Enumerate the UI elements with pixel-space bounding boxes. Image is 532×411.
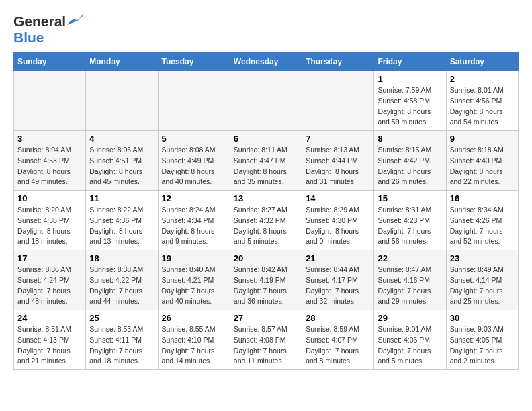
day-number: 6 [234, 134, 298, 144]
day-info: Sunrise: 8:15 AM Sunset: 4:42 PM Dayligh… [378, 145, 442, 187]
day-number: 26 [162, 313, 226, 323]
day-info: Sunrise: 8:34 AM Sunset: 4:26 PM Dayligh… [450, 205, 515, 247]
calendar-cell [230, 71, 302, 131]
calendar-cell: 8Sunrise: 8:15 AM Sunset: 4:42 PM Daylig… [374, 131, 446, 191]
calendar-week-5: 24Sunrise: 8:51 AM Sunset: 4:13 PM Dayli… [14, 310, 519, 370]
calendar-cell: 18Sunrise: 8:38 AM Sunset: 4:22 PM Dayli… [86, 250, 158, 310]
calendar-cell: 26Sunrise: 8:55 AM Sunset: 4:10 PM Dayli… [158, 310, 230, 370]
calendar-week-1: 1Sunrise: 7:59 AM Sunset: 4:58 PM Daylig… [14, 71, 519, 131]
calendar-cell: 12Sunrise: 8:24 AM Sunset: 4:34 PM Dayli… [158, 191, 230, 250]
day-number: 22 [378, 253, 442, 263]
day-info: Sunrise: 8:08 AM Sunset: 4:49 PM Dayligh… [162, 145, 226, 187]
day-number: 1 [378, 74, 442, 84]
day-info: Sunrise: 8:20 AM Sunset: 4:38 PM Dayligh… [17, 205, 82, 247]
calendar-cell [158, 71, 230, 131]
calendar-cell: 25Sunrise: 8:53 AM Sunset: 4:11 PM Dayli… [86, 310, 158, 370]
day-number: 19 [162, 253, 226, 263]
calendar-cell [302, 71, 374, 131]
calendar-cell: 7Sunrise: 8:13 AM Sunset: 4:44 PM Daylig… [302, 131, 374, 191]
weekday-header-friday: Friday [374, 53, 446, 71]
day-info: Sunrise: 8:06 AM Sunset: 4:51 PM Dayligh… [89, 145, 154, 187]
weekday-header-saturday: Saturday [446, 53, 518, 71]
calendar-cell: 20Sunrise: 8:42 AM Sunset: 4:19 PM Dayli… [230, 250, 302, 310]
day-info: Sunrise: 8:44 AM Sunset: 4:17 PM Dayligh… [306, 265, 370, 307]
day-info: Sunrise: 8:11 AM Sunset: 4:47 PM Dayligh… [234, 145, 298, 187]
day-info: Sunrise: 8:51 AM Sunset: 4:13 PM Dayligh… [17, 324, 82, 367]
day-info: Sunrise: 8:42 AM Sunset: 4:19 PM Dayligh… [234, 265, 298, 307]
calendar-week-2: 3Sunrise: 8:04 AM Sunset: 4:53 PM Daylig… [14, 131, 519, 191]
day-info: Sunrise: 9:03 AM Sunset: 4:05 PM Dayligh… [450, 324, 515, 367]
logo-blue-text: Blue [13, 30, 44, 46]
calendar-cell: 16Sunrise: 8:34 AM Sunset: 4:26 PM Dayli… [446, 191, 518, 250]
calendar-cell: 11Sunrise: 8:22 AM Sunset: 4:36 PM Dayli… [86, 191, 158, 250]
day-info: Sunrise: 8:04 AM Sunset: 4:53 PM Dayligh… [17, 145, 82, 187]
calendar-cell: 15Sunrise: 8:31 AM Sunset: 4:28 PM Dayli… [374, 191, 446, 250]
calendar-cell: 2Sunrise: 8:01 AM Sunset: 4:56 PM Daylig… [446, 71, 518, 131]
day-number: 14 [306, 193, 370, 203]
day-number: 10 [17, 193, 82, 203]
day-info: Sunrise: 8:01 AM Sunset: 4:56 PM Dayligh… [450, 85, 515, 128]
calendar-week-3: 10Sunrise: 8:20 AM Sunset: 4:38 PM Dayli… [14, 191, 519, 250]
day-info: Sunrise: 7:59 AM Sunset: 4:58 PM Dayligh… [378, 85, 442, 128]
calendar-cell: 10Sunrise: 8:20 AM Sunset: 4:38 PM Dayli… [14, 191, 86, 250]
calendar-cell: 22Sunrise: 8:47 AM Sunset: 4:16 PM Dayli… [374, 250, 446, 310]
calendar-table: SundayMondayTuesdayWednesdayThursdayFrid… [13, 52, 519, 370]
calendar-cell [14, 71, 86, 131]
day-info: Sunrise: 8:59 AM Sunset: 4:07 PM Dayligh… [306, 324, 370, 367]
day-number: 2 [450, 74, 515, 84]
day-info: Sunrise: 8:38 AM Sunset: 4:22 PM Dayligh… [89, 265, 154, 307]
calendar-cell: 3Sunrise: 8:04 AM Sunset: 4:53 PM Daylig… [14, 131, 86, 191]
day-info: Sunrise: 9:01 AM Sunset: 4:06 PM Dayligh… [378, 324, 442, 367]
calendar-cell: 23Sunrise: 8:49 AM Sunset: 4:14 PM Dayli… [446, 250, 518, 310]
day-number: 7 [306, 134, 370, 144]
page-header: GeneralBlue [13, 13, 519, 46]
day-number: 24 [17, 313, 82, 323]
logo-icon [66, 14, 85, 29]
day-number: 20 [234, 253, 298, 263]
weekday-header-tuesday: Tuesday [158, 53, 230, 71]
day-number: 11 [89, 193, 154, 203]
calendar-cell [86, 71, 158, 131]
day-number: 15 [378, 193, 442, 203]
calendar-cell: 29Sunrise: 9:01 AM Sunset: 4:06 PM Dayli… [374, 310, 446, 370]
day-info: Sunrise: 8:47 AM Sunset: 4:16 PM Dayligh… [378, 265, 442, 307]
day-info: Sunrise: 8:55 AM Sunset: 4:10 PM Dayligh… [162, 324, 226, 367]
day-info: Sunrise: 8:29 AM Sunset: 4:30 PM Dayligh… [306, 205, 370, 247]
calendar-cell: 5Sunrise: 8:08 AM Sunset: 4:49 PM Daylig… [158, 131, 230, 191]
logo: GeneralBlue [13, 13, 85, 46]
day-info: Sunrise: 8:40 AM Sunset: 4:21 PM Dayligh… [162, 265, 226, 307]
calendar-cell: 19Sunrise: 8:40 AM Sunset: 4:21 PM Dayli… [158, 250, 230, 310]
day-number: 12 [162, 193, 226, 203]
calendar-cell: 30Sunrise: 9:03 AM Sunset: 4:05 PM Dayli… [446, 310, 518, 370]
day-number: 25 [89, 313, 154, 323]
day-info: Sunrise: 8:53 AM Sunset: 4:11 PM Dayligh… [89, 324, 154, 367]
calendar-week-4: 17Sunrise: 8:36 AM Sunset: 4:24 PM Dayli… [14, 250, 519, 310]
calendar-cell: 14Sunrise: 8:29 AM Sunset: 4:30 PM Dayli… [302, 191, 374, 250]
calendar-cell: 28Sunrise: 8:59 AM Sunset: 4:07 PM Dayli… [302, 310, 374, 370]
day-number: 8 [378, 134, 442, 144]
weekday-header-row: SundayMondayTuesdayWednesdayThursdayFrid… [14, 53, 519, 71]
day-info: Sunrise: 8:22 AM Sunset: 4:36 PM Dayligh… [89, 205, 154, 247]
day-number: 23 [450, 253, 515, 263]
day-number: 21 [306, 253, 370, 263]
day-info: Sunrise: 8:49 AM Sunset: 4:14 PM Dayligh… [450, 265, 515, 307]
day-number: 17 [17, 253, 82, 263]
calendar-cell: 6Sunrise: 8:11 AM Sunset: 4:47 PM Daylig… [230, 131, 302, 191]
day-number: 27 [234, 313, 298, 323]
day-number: 4 [89, 134, 154, 144]
calendar-cell: 17Sunrise: 8:36 AM Sunset: 4:24 PM Dayli… [14, 250, 86, 310]
day-number: 16 [450, 193, 515, 203]
day-number: 13 [234, 193, 298, 203]
day-info: Sunrise: 8:13 AM Sunset: 4:44 PM Dayligh… [306, 145, 370, 187]
day-number: 3 [17, 134, 82, 144]
calendar-cell: 27Sunrise: 8:57 AM Sunset: 4:08 PM Dayli… [230, 310, 302, 370]
day-number: 9 [450, 134, 515, 144]
calendar-cell: 9Sunrise: 8:18 AM Sunset: 4:40 PM Daylig… [446, 131, 518, 191]
calendar-cell: 21Sunrise: 8:44 AM Sunset: 4:17 PM Dayli… [302, 250, 374, 310]
day-info: Sunrise: 8:57 AM Sunset: 4:08 PM Dayligh… [234, 324, 298, 367]
day-number: 30 [450, 313, 515, 323]
calendar-cell: 24Sunrise: 8:51 AM Sunset: 4:13 PM Dayli… [14, 310, 86, 370]
day-info: Sunrise: 8:36 AM Sunset: 4:24 PM Dayligh… [17, 265, 82, 307]
calendar-cell: 4Sunrise: 8:06 AM Sunset: 4:51 PM Daylig… [86, 131, 158, 191]
day-number: 18 [89, 253, 154, 263]
